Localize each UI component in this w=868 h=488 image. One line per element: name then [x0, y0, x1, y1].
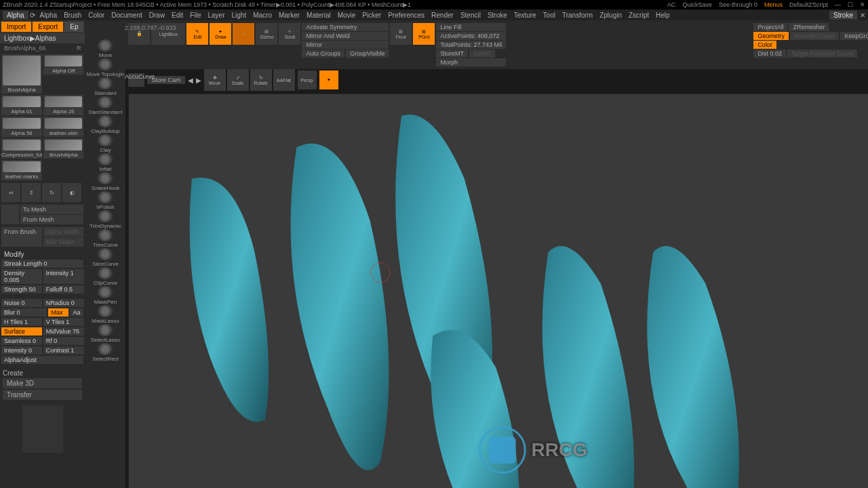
- brush-clay[interactable]: Clay: [85, 134, 125, 153]
- seethrough[interactable]: See-through 0: [719, 1, 757, 8]
- brush-inflat[interactable]: Inflat: [85, 153, 125, 172]
- brush-damstandard[interactable]: DamStandard: [85, 96, 125, 115]
- htiles-slider[interactable]: H Tiles 1: [1, 318, 42, 326]
- brush-trimdynamic[interactable]: TrimDynamic: [85, 210, 125, 229]
- make3d-btn[interactable]: Make 3D: [3, 378, 82, 388]
- refresh-icon[interactable]: ⟳: [30, 12, 35, 19]
- activate-sym[interactable]: Activate Symmetry: [302, 23, 389, 31]
- gizmo-btn[interactable]: ⊞Gizmo: [256, 23, 277, 45]
- menu-file[interactable]: File: [186, 11, 204, 20]
- frombrush-btn[interactable]: From Brush: [1, 227, 42, 247]
- alpha-panel-label[interactable]: Alpha: [3, 11, 28, 20]
- scale-mode[interactable]: ⤢Scale: [227, 69, 249, 91]
- streak-slider[interactable]: Streak Length 0: [1, 260, 83, 268]
- persp-icon[interactable]: Persp: [298, 70, 317, 89]
- max-btn[interactable]: Max: [48, 308, 68, 317]
- brush-move-topologic[interactable]: Move Topologic: [85, 58, 125, 77]
- alpha-alpha-01[interactable]: Alpha 01: [1, 95, 42, 115]
- alpha-alpha-28[interactable]: Alpha 28: [43, 95, 83, 115]
- menu-draw[interactable]: Draw: [146, 11, 168, 20]
- brush-masklasso[interactable]: MaskLasso: [85, 305, 125, 324]
- geometry[interactable]: Geometry: [753, 32, 789, 40]
- delmt[interactable]: DelMT: [469, 49, 496, 58]
- export-btn[interactable]: Export: [33, 22, 63, 32]
- smoothgroups[interactable]: SmoothGroups: [790, 32, 840, 40]
- mirror-weld[interactable]: Mirror And Weld: [302, 32, 389, 40]
- menu-macro[interactable]: Macro: [250, 11, 275, 20]
- circle-btn[interactable]: ○: [233, 23, 254, 45]
- alpha-alpha-58[interactable]: Alpha 58: [1, 117, 42, 137]
- menu-document[interactable]: Document: [108, 11, 146, 20]
- import-btn[interactable]: Import: [1, 22, 31, 32]
- defaultscript[interactable]: DefaultZScript: [789, 1, 828, 8]
- target-poly[interactable]: Target Polygons Count: [787, 49, 857, 58]
- tomesh-btn[interactable]: To Mesh: [20, 205, 83, 214]
- menu-movie[interactable]: Movie: [334, 11, 359, 20]
- menus-btn[interactable]: Menus: [764, 1, 783, 8]
- menu-stencil[interactable]: Stencil: [457, 11, 484, 20]
- menu-zscript[interactable]: Zscript: [625, 11, 652, 20]
- ep-btn[interactable]: Ep: [64, 22, 83, 32]
- alpha-leather-marks[interactable]: leather-marks: [1, 160, 42, 180]
- alpha-brushalpha[interactable]: BrushAlpha: [1, 54, 42, 94]
- lightbox-path[interactable]: Lightbox▶Alphas: [0, 33, 85, 43]
- intensity2-slider[interactable]: Intensity 0: [1, 346, 42, 354]
- brush-clipcurve[interactable]: ClipCurve: [85, 267, 125, 286]
- menu-color[interactable]: Color: [85, 11, 108, 20]
- alpha-leather-skin[interactable]: leather-skin: [43, 117, 83, 137]
- menu-stroke[interactable]: Stroke: [484, 11, 511, 20]
- linefill[interactable]: Line Fill: [436, 23, 506, 31]
- noise-slider[interactable]: Noise 0: [1, 299, 42, 307]
- aa-btn[interactable]: Aa: [70, 308, 83, 317]
- stroke-panel-label[interactable]: Stroke: [829, 11, 857, 20]
- brush-selectrect[interactable]: SelectRect: [85, 343, 125, 362]
- floor-btn[interactable]: ⊞Floor: [390, 23, 412, 45]
- blur-slider[interactable]: Blur 0: [1, 308, 47, 317]
- aaflat[interactable]: AAFlat: [273, 69, 295, 91]
- falloff-slider[interactable]: Falloff 0.5: [43, 285, 84, 293]
- dist-slider[interactable]: Dist 0.02: [753, 49, 786, 58]
- mirror-btn[interactable]: Mirror: [302, 41, 389, 49]
- invert-icon[interactable]: ◐: [62, 183, 81, 202]
- r-btn[interactable]: R: [77, 45, 81, 52]
- menu-picker[interactable]: Picker: [359, 11, 384, 20]
- rf-slider[interactable]: Rf 0: [43, 337, 84, 345]
- flip-v-icon[interactable]: ⇕: [22, 183, 41, 202]
- keepgroups[interactable]: KeepGroups: [840, 32, 868, 40]
- rotate-icon[interactable]: ↻: [42, 183, 61, 202]
- nradius-slider[interactable]: NRadius 0: [43, 299, 84, 307]
- edit-btn[interactable]: ✎Edit: [186, 23, 208, 45]
- brush-trimcurve[interactable]: TrimCurve: [85, 229, 125, 248]
- flip-h-icon[interactable]: ⇔: [1, 183, 20, 202]
- draw-btn[interactable]: ✦Draw: [210, 23, 231, 45]
- color-btn[interactable]: Color: [753, 41, 776, 49]
- prev-icon[interactable]: ◀: [188, 77, 193, 84]
- menu-material[interactable]: Material: [303, 11, 334, 20]
- autogroups[interactable]: Auto Groups: [302, 49, 344, 58]
- rotate-mode[interactable]: ↻Rotate: [250, 69, 272, 91]
- menu-texture[interactable]: Texture: [511, 11, 540, 20]
- morph[interactable]: Morph: [436, 58, 506, 66]
- pgrd-btn[interactable]: ⊞PGrd: [413, 23, 435, 45]
- menu-marker[interactable]: Marker: [275, 11, 303, 20]
- brush-slicecurve[interactable]: SliceCurve: [85, 248, 125, 267]
- alpha-compression_fol[interactable]: Compression_fol: [1, 138, 42, 159]
- close-panel-icon[interactable]: ✕: [860, 12, 865, 19]
- surface-btn[interactable]: Surface: [1, 327, 42, 336]
- brush-claybuildup[interactable]: ClayBuildup: [85, 115, 125, 134]
- menu-edit[interactable]: Edit: [168, 11, 186, 20]
- alpha-alpha-off[interactable]: Alpha Off: [43, 54, 83, 75]
- vtiles-slider[interactable]: V Tiles 1: [43, 318, 84, 326]
- intensity-slider[interactable]: Intensity 1: [43, 269, 84, 284]
- star-icon[interactable]: ✦: [319, 70, 338, 89]
- brush-selectlasso[interactable]: SelectLasso: [85, 324, 125, 343]
- quicksave-btn[interactable]: QuickSave: [682, 1, 712, 8]
- menu-tool[interactable]: Tool: [540, 11, 559, 20]
- menu-alpha[interactable]: Alpha: [37, 11, 61, 20]
- menu-render[interactable]: Render: [428, 11, 457, 20]
- menu-transform[interactable]: Transform: [559, 11, 596, 20]
- menu-help[interactable]: Help: [652, 11, 673, 20]
- zremesher[interactable]: ZRemesher: [789, 23, 829, 31]
- brush-maskpen[interactable]: MaskPen: [85, 286, 125, 305]
- max-icon[interactable]: ☐: [848, 1, 853, 8]
